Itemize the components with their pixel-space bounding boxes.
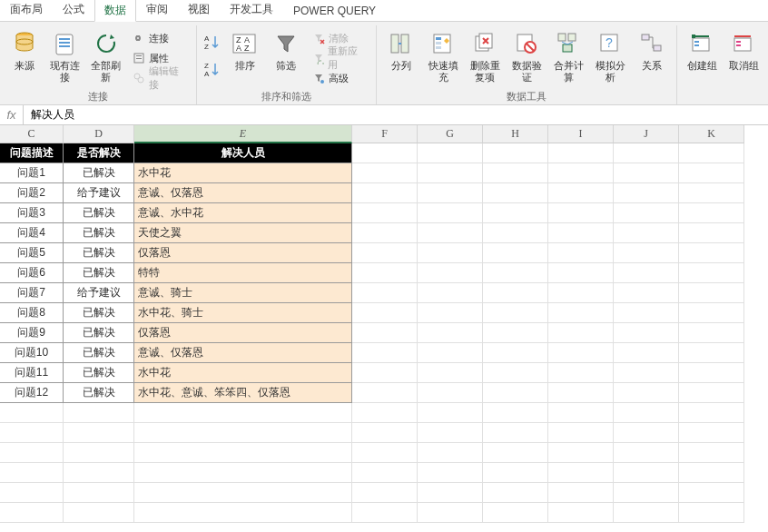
header-resolved[interactable]: 是否解决 bbox=[64, 143, 134, 163]
table-row: 问题6已解决特特 bbox=[0, 263, 768, 283]
col-header-D[interactable]: D bbox=[64, 125, 134, 143]
cell-resolver[interactable]: 仅落恩 bbox=[134, 323, 352, 343]
table-row: 问题1已解决水中花 bbox=[0, 163, 768, 183]
cell-desc[interactable]: 问题8 bbox=[0, 303, 64, 323]
cell-resolved[interactable]: 给予建议 bbox=[64, 183, 134, 203]
col-header-F[interactable]: F bbox=[352, 125, 418, 143]
svg-text:Z: Z bbox=[204, 62, 209, 70]
advanced-icon bbox=[311, 71, 326, 85]
cell-resolver[interactable]: 水中花、意诚、笨笨四、仅落恩 bbox=[134, 383, 352, 403]
table-row: 问题12已解决水中花、意诚、笨笨四、仅落恩 bbox=[0, 383, 768, 403]
refresh-all-button[interactable]: 全部刷新 bbox=[87, 27, 124, 87]
col-header-I[interactable]: I bbox=[548, 125, 614, 143]
group-icon bbox=[687, 29, 716, 58]
cell-resolved[interactable]: 已解决 bbox=[64, 263, 134, 283]
formula-input[interactable] bbox=[24, 105, 768, 124]
edit-link-icon bbox=[132, 71, 146, 85]
sort-desc-icon[interactable]: ZA bbox=[202, 60, 222, 80]
cell-resolved[interactable]: 已解决 bbox=[64, 243, 134, 263]
svg-rect-36 bbox=[642, 34, 649, 40]
cell-resolved[interactable]: 已解决 bbox=[64, 383, 134, 403]
cell-desc[interactable]: 问题5 bbox=[0, 243, 64, 263]
validation-icon bbox=[512, 29, 541, 58]
reapply-button[interactable]: 重新应用 bbox=[308, 49, 370, 67]
header-desc[interactable]: 问题描述 bbox=[0, 143, 64, 163]
whatif-button[interactable]: ? 模拟分析 bbox=[591, 27, 629, 87]
cell-resolver[interactable]: 天使之翼 bbox=[134, 223, 352, 243]
cell-resolved[interactable]: 已解决 bbox=[64, 323, 134, 343]
edit-links-button[interactable]: 编辑链接 bbox=[128, 69, 191, 87]
cell-desc[interactable]: 问题10 bbox=[0, 343, 64, 363]
cell-desc[interactable]: 问题12 bbox=[0, 383, 64, 403]
cell-desc[interactable]: 问题9 bbox=[0, 323, 64, 343]
ungroup-button[interactable]: 取消组 bbox=[724, 27, 763, 87]
tab-view[interactable]: 视图 bbox=[178, 0, 220, 21]
cell-desc[interactable]: 问题4 bbox=[0, 223, 64, 243]
col-header-G[interactable]: G bbox=[418, 125, 483, 143]
table-row: 问题8已解决水中花、骑士 bbox=[0, 303, 768, 323]
cell-desc[interactable]: 问题1 bbox=[0, 163, 64, 183]
cell-desc[interactable]: 问题11 bbox=[0, 363, 64, 383]
col-header-C[interactable]: C bbox=[0, 125, 64, 143]
advanced-button[interactable]: 高级 bbox=[308, 69, 370, 87]
flashfill-icon bbox=[428, 29, 458, 58]
group-connections: 来源 现有连接 全部刷新 连接 bbox=[0, 25, 197, 104]
create-group-button[interactable]: 创建组 bbox=[683, 27, 721, 87]
cell-desc[interactable]: 问题2 bbox=[0, 183, 64, 203]
sort-button[interactable]: ZAAZ 排序 bbox=[226, 27, 263, 87]
cell-resolved[interactable]: 已解决 bbox=[64, 163, 134, 183]
cell-desc[interactable]: 问题3 bbox=[0, 203, 64, 223]
svg-rect-5 bbox=[59, 45, 70, 47]
cell-resolver[interactable]: 意诚、水中花 bbox=[134, 203, 352, 223]
col-header-H[interactable]: H bbox=[483, 125, 548, 143]
text-to-columns-button[interactable]: 分列 bbox=[382, 27, 420, 87]
reapply-icon bbox=[311, 51, 325, 65]
col-header-E[interactable]: E bbox=[134, 125, 352, 143]
relationships-button[interactable]: 关系 bbox=[633, 27, 671, 87]
empty-row bbox=[0, 483, 768, 503]
cell-resolver[interactable]: 水中花、骑士 bbox=[134, 303, 352, 323]
connection-icon bbox=[51, 29, 80, 58]
col-header-K[interactable]: K bbox=[679, 125, 744, 143]
cell-resolved[interactable]: 已解决 bbox=[64, 343, 134, 363]
existing-connections-button[interactable]: 现有连接 bbox=[46, 27, 84, 87]
tab-developer[interactable]: 开发工具 bbox=[220, 0, 283, 21]
cell-desc[interactable]: 问题7 bbox=[0, 283, 64, 303]
cell-desc[interactable]: 问题6 bbox=[0, 263, 64, 283]
tab-formulas[interactable]: 公式 bbox=[53, 0, 94, 21]
flash-fill-button[interactable]: 快速填充 bbox=[424, 27, 462, 87]
col-header-J[interactable]: J bbox=[614, 125, 679, 143]
cell-resolver[interactable]: 水中花 bbox=[134, 363, 352, 383]
data-validation-button[interactable]: 数据验证 bbox=[507, 27, 546, 87]
cell-resolved[interactable]: 给予建议 bbox=[64, 283, 134, 303]
svg-rect-3 bbox=[59, 38, 70, 40]
worksheet: C D E F G H I J K 问题描述 是否解决 解决人员 问题1已解决水… bbox=[0, 125, 768, 523]
cell-resolved[interactable]: 已解决 bbox=[64, 303, 134, 323]
cell-resolver[interactable]: 特特 bbox=[134, 263, 352, 283]
cell-resolved[interactable]: 已解决 bbox=[64, 223, 134, 243]
cell-resolved[interactable]: 已解决 bbox=[64, 203, 134, 223]
tab-data[interactable]: 数据 bbox=[94, 0, 136, 22]
filter-button[interactable]: 筛选 bbox=[267, 27, 304, 87]
remove-duplicates-button[interactable]: 删除重复项 bbox=[466, 27, 504, 87]
cell-resolver[interactable]: 水中花 bbox=[134, 163, 352, 183]
link-icon bbox=[132, 31, 146, 45]
header-resolver[interactable]: 解决人员 bbox=[134, 143, 352, 163]
connections-button[interactable]: 连接 bbox=[128, 29, 191, 47]
sort-asc-icon[interactable]: AZ bbox=[202, 33, 222, 53]
tab-pagelayout[interactable]: 面布局 bbox=[0, 0, 53, 21]
svg-point-10 bbox=[138, 77, 143, 83]
cell-resolver[interactable]: 仅落恩 bbox=[134, 243, 352, 263]
cell-resolved[interactable]: 已解决 bbox=[64, 363, 134, 383]
other-sources-button[interactable]: 来源 bbox=[5, 27, 43, 87]
svg-rect-21 bbox=[391, 34, 399, 53]
consolidate-button[interactable]: 合并计算 bbox=[549, 27, 587, 87]
tab-review[interactable]: 审阅 bbox=[136, 0, 178, 21]
svg-point-20 bbox=[320, 80, 324, 84]
cell-resolver[interactable]: 意诚、仅落恩 bbox=[134, 343, 352, 363]
cell-resolver[interactable]: 意诚、仅落恩 bbox=[134, 183, 352, 203]
fx-icon[interactable]: fx bbox=[0, 105, 24, 124]
cell-resolver[interactable]: 意诚、骑士 bbox=[134, 283, 352, 303]
svg-rect-31 bbox=[558, 34, 566, 41]
tab-powerquery[interactable]: POWER QUERY bbox=[283, 0, 386, 21]
